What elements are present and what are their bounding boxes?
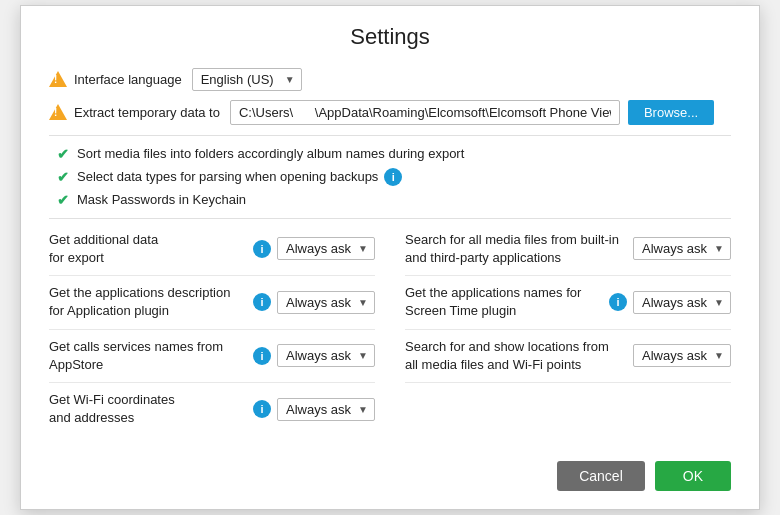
extract-path-input[interactable] <box>230 100 620 125</box>
divider-1 <box>49 135 731 136</box>
select-wrapper-1: Always askYesNo ▼ <box>277 237 375 260</box>
check-icon-2: ✔ <box>57 169 69 185</box>
select-locations[interactable]: Always askYesNo <box>633 344 731 367</box>
grid-text-calls: Get calls services names from AppStore <box>49 338 247 374</box>
grid-item-wifi: Get Wi-Fi coordinatesand addresses i Alw… <box>49 391 375 435</box>
select-wrapper-6: Always askYesNo ▼ <box>633 344 731 367</box>
grid-controls-6: Always askYesNo ▼ <box>627 344 731 367</box>
grid-item-locations: Search for and show locations from all m… <box>405 338 731 383</box>
select-wrapper-4: Always askYesNo ▼ <box>633 291 731 314</box>
settings-dialog: Settings Interface language English (US)… <box>20 5 760 511</box>
warning-icon-language <box>49 70 67 88</box>
interface-language-row: Interface language English (US) ▼ <box>49 68 731 91</box>
grid-text-app-description: Get the applications description for App… <box>49 284 247 320</box>
grid-item-screen-time: Get the applications names for Screen Ti… <box>405 284 731 329</box>
check-icon-1: ✔ <box>57 146 69 162</box>
interface-language-label: Interface language <box>74 72 182 87</box>
grid-item-media-search: Search for all media files from built-in… <box>405 231 731 276</box>
grid-text-locations: Search for and show locations from all m… <box>405 338 627 374</box>
divider-2 <box>49 218 731 219</box>
select-wrapper-5: Always askYesNo ▼ <box>277 344 375 367</box>
grid-controls-7: i Always askYesNo ▼ <box>247 398 375 421</box>
grid-controls-2: Always askYesNo ▼ <box>627 237 731 260</box>
extract-temp-row: Extract temporary data to Browse... <box>49 100 731 125</box>
grid-item-calls: Get calls services names from AppStore i… <box>49 338 375 383</box>
info-icon-calls[interactable]: i <box>253 347 271 365</box>
grid-item-app-description: Get the applications description for App… <box>49 284 375 329</box>
select-calls[interactable]: Always askYesNo <box>277 344 375 367</box>
select-wifi[interactable]: Always askYesNo <box>277 398 375 421</box>
warning-icon-extract <box>49 103 67 121</box>
info-icon-screen-time[interactable]: i <box>609 293 627 311</box>
checkbox-label-2: Select data types for parsing when openi… <box>77 169 378 184</box>
dialog-title: Settings <box>49 24 731 50</box>
options-grid: Get additional datafor export i Always a… <box>49 231 731 444</box>
extract-temp-label: Extract temporary data to <box>74 105 220 120</box>
select-media-search[interactable]: Always askYesNo <box>633 237 731 260</box>
select-app-description[interactable]: Always askYesNo <box>277 291 375 314</box>
language-select[interactable]: English (US) <box>192 68 302 91</box>
grid-text-screen-time: Get the applications names for Screen Ti… <box>405 284 603 320</box>
grid-text-media-search: Search for all media files from built-in… <box>405 231 627 267</box>
triangle-icon <box>49 71 67 87</box>
dialog-footer: Cancel OK <box>49 461 731 491</box>
info-icon-additional[interactable]: i <box>253 240 271 258</box>
checkbox-row-1: ✔ Sort media files into folders accordin… <box>57 146 731 162</box>
checkbox-row-2: ✔ Select data types for parsing when ope… <box>57 168 731 186</box>
select-wrapper-3: Always askYesNo ▼ <box>277 291 375 314</box>
check-icon-3: ✔ <box>57 192 69 208</box>
browse-button[interactable]: Browse... <box>628 100 714 125</box>
ok-button[interactable]: OK <box>655 461 731 491</box>
grid-controls-3: i Always askYesNo ▼ <box>247 291 375 314</box>
grid-controls-5: i Always askYesNo ▼ <box>247 344 375 367</box>
cancel-button[interactable]: Cancel <box>557 461 645 491</box>
checkbox-label-3: Mask Passwords in Keychain <box>77 192 246 207</box>
select-screen-time[interactable]: Always askYesNo <box>633 291 731 314</box>
grid-item-additional-data: Get additional datafor export i Always a… <box>49 231 375 276</box>
checkbox-row-3: ✔ Mask Passwords in Keychain <box>57 192 731 208</box>
select-wrapper-7: Always askYesNo ▼ <box>277 398 375 421</box>
triangle-icon-2 <box>49 104 67 120</box>
grid-controls-4: i Always askYesNo ▼ <box>603 291 731 314</box>
grid-controls-1: i Always askYesNo ▼ <box>247 237 375 260</box>
grid-text-wifi: Get Wi-Fi coordinatesand addresses <box>49 391 247 427</box>
select-wrapper-2: Always askYesNo ▼ <box>633 237 731 260</box>
info-icon-parsing[interactable]: i <box>384 168 402 186</box>
info-icon-app-desc[interactable]: i <box>253 293 271 311</box>
info-icon-wifi[interactable]: i <box>253 400 271 418</box>
grid-text-additional-data: Get additional datafor export <box>49 231 247 267</box>
language-select-wrapper: English (US) ▼ <box>192 68 302 91</box>
select-additional-data[interactable]: Always askYesNo <box>277 237 375 260</box>
grid-item-empty <box>405 391 731 443</box>
checkbox-label-1: Sort media files into folders accordingl… <box>77 146 464 161</box>
